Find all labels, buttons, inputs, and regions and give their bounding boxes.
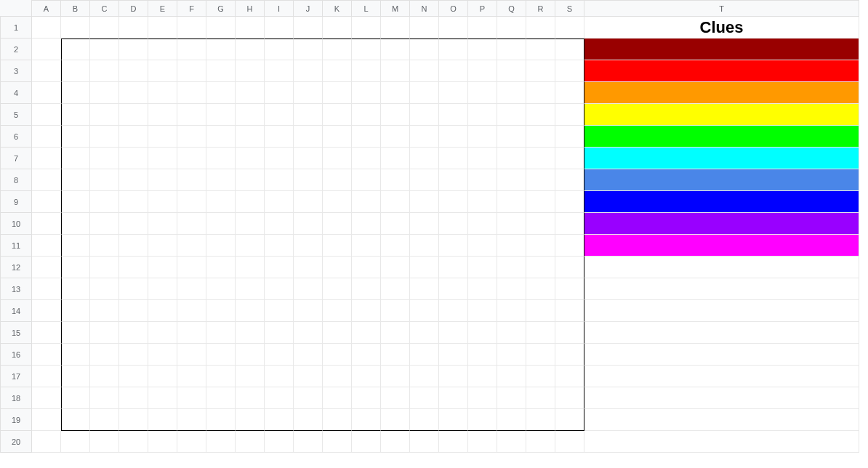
cell[interactable] <box>439 104 468 126</box>
cell[interactable] <box>468 148 497 169</box>
cell[interactable] <box>439 17 468 39</box>
cell[interactable] <box>526 104 555 126</box>
cell[interactable] <box>90 278 119 300</box>
cell[interactable] <box>497 344 526 366</box>
cell[interactable] <box>90 235 119 257</box>
cell[interactable] <box>265 191 294 213</box>
cell[interactable] <box>555 191 584 213</box>
clue-color-cell[interactable] <box>584 82 859 104</box>
cell[interactable] <box>468 82 497 104</box>
column-header[interactable]: M <box>381 0 410 17</box>
cell[interactable] <box>265 60 294 82</box>
cell[interactable] <box>90 191 119 213</box>
cell[interactable] <box>236 431 265 453</box>
cell[interactable] <box>526 409 555 431</box>
cell[interactable] <box>236 344 265 366</box>
cell[interactable] <box>119 278 148 300</box>
cell[interactable] <box>468 387 497 409</box>
cell[interactable] <box>381 169 410 191</box>
cell[interactable] <box>119 148 148 169</box>
cell[interactable] <box>90 169 119 191</box>
cell[interactable] <box>555 126 584 148</box>
cell[interactable] <box>555 278 584 300</box>
cell[interactable] <box>265 39 294 60</box>
clue-color-cell[interactable] <box>584 213 859 235</box>
cell[interactable] <box>381 257 410 278</box>
cell[interactable] <box>148 235 177 257</box>
cell[interactable] <box>236 17 265 39</box>
cell[interactable] <box>32 213 61 235</box>
cell[interactable] <box>468 191 497 213</box>
clue-color-cell[interactable] <box>584 39 859 60</box>
cell[interactable] <box>410 431 439 453</box>
cell[interactable] <box>381 39 410 60</box>
cell[interactable] <box>410 60 439 82</box>
cell[interactable] <box>410 148 439 169</box>
column-header[interactable]: O <box>439 0 468 17</box>
cell[interactable] <box>352 169 381 191</box>
cell[interactable] <box>526 60 555 82</box>
cell[interactable] <box>294 366 323 387</box>
cell[interactable] <box>526 387 555 409</box>
cell[interactable] <box>90 431 119 453</box>
cell[interactable] <box>236 39 265 60</box>
cell[interactable] <box>265 431 294 453</box>
cell[interactable] <box>439 60 468 82</box>
cell[interactable] <box>265 278 294 300</box>
cell[interactable] <box>381 213 410 235</box>
cell[interactable] <box>206 213 236 235</box>
cell[interactable] <box>61 431 90 453</box>
cell[interactable] <box>206 235 236 257</box>
cell[interactable] <box>236 300 265 322</box>
cell[interactable] <box>294 213 323 235</box>
cell[interactable] <box>148 126 177 148</box>
cell[interactable] <box>206 126 236 148</box>
cell[interactable] <box>294 148 323 169</box>
cell[interactable] <box>119 409 148 431</box>
cell[interactable] <box>148 148 177 169</box>
cell[interactable] <box>90 409 119 431</box>
clue-color-cell[interactable] <box>584 60 859 82</box>
cell[interactable] <box>294 39 323 60</box>
cell[interactable] <box>584 300 859 322</box>
column-header[interactable]: T <box>584 0 859 17</box>
column-header[interactable]: F <box>177 0 206 17</box>
clue-color-cell[interactable] <box>584 126 859 148</box>
cell[interactable] <box>497 366 526 387</box>
cell[interactable] <box>294 60 323 82</box>
row-header[interactable]: 11 <box>0 235 32 257</box>
cell[interactable] <box>497 278 526 300</box>
column-header[interactable]: K <box>323 0 352 17</box>
cell[interactable] <box>555 257 584 278</box>
cell[interactable] <box>61 322 90 344</box>
cell[interactable] <box>32 431 61 453</box>
cell[interactable] <box>61 387 90 409</box>
cell[interactable] <box>323 300 352 322</box>
cell[interactable] <box>352 126 381 148</box>
clue-color-cell[interactable] <box>584 104 859 126</box>
cell[interactable] <box>32 278 61 300</box>
cell[interactable] <box>468 169 497 191</box>
column-header[interactable]: B <box>61 0 90 17</box>
cell[interactable] <box>381 431 410 453</box>
cell[interactable] <box>265 126 294 148</box>
cell[interactable] <box>265 17 294 39</box>
cell[interactable] <box>32 39 61 60</box>
row-header[interactable]: 2 <box>0 39 32 60</box>
cell[interactable] <box>323 169 352 191</box>
cell[interactable] <box>352 344 381 366</box>
cell[interactable] <box>439 257 468 278</box>
cell[interactable] <box>294 387 323 409</box>
cell[interactable] <box>148 60 177 82</box>
cell[interactable] <box>177 278 206 300</box>
cell[interactable] <box>90 366 119 387</box>
cell[interactable] <box>294 409 323 431</box>
cell[interactable] <box>294 278 323 300</box>
cell[interactable] <box>323 278 352 300</box>
cell[interactable] <box>265 344 294 366</box>
cell[interactable] <box>410 126 439 148</box>
cell[interactable] <box>526 344 555 366</box>
cell[interactable] <box>177 235 206 257</box>
cell[interactable] <box>352 191 381 213</box>
cell[interactable] <box>119 235 148 257</box>
